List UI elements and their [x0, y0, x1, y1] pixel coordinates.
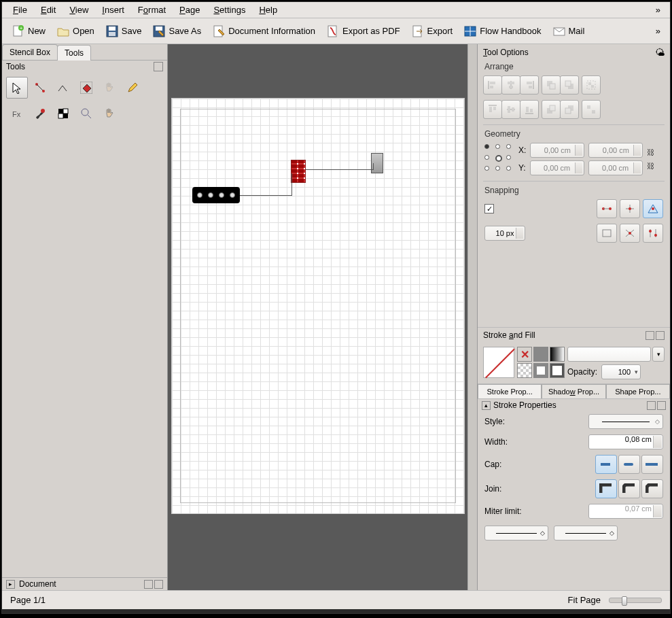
tool-pencil[interactable] — [122, 77, 143, 99]
docker-float-icon[interactable] — [144, 580, 153, 589]
fill-border-button[interactable] — [533, 363, 548, 378]
cap-round-button[interactable] — [618, 455, 640, 474]
menu-format[interactable]: Format — [131, 3, 173, 16]
end-marker-select[interactable] — [554, 526, 618, 540]
lock-position-icon[interactable]: ⛓ — [647, 162, 654, 170]
expand-document-icon[interactable]: ▸ — [6, 580, 15, 589]
stroke-props-float-icon[interactable] — [647, 401, 656, 410]
join-bevel-button[interactable] — [641, 479, 663, 498]
snap-bbox-button[interactable] — [643, 199, 663, 218]
menu-help[interactable]: Help — [252, 3, 284, 16]
fill-solid-button[interactable] — [533, 347, 548, 362]
raise-button[interactable] — [542, 100, 561, 119]
opacity-input[interactable]: 100 — [601, 364, 641, 379]
shape-switch[interactable] — [192, 187, 240, 203]
start-marker-select[interactable] — [484, 526, 548, 540]
tool-pan[interactable] — [99, 103, 120, 124]
save-button[interactable]: Save — [101, 22, 146, 40]
miter-limit-input[interactable]: 0,07 cm — [588, 504, 663, 519]
collapse-stroke-props-icon[interactable]: ▴ — [482, 401, 491, 410]
lock-aspect-icon[interactable]: ⛓ — [647, 148, 654, 156]
snap-distance-input[interactable]: 10 px — [484, 226, 525, 241]
page-canvas[interactable] — [172, 99, 464, 513]
tool-brush[interactable] — [29, 103, 51, 124]
menu-page[interactable]: Page — [173, 3, 207, 16]
fit-page-button[interactable]: Fit Page — [568, 595, 601, 605]
new-button[interactable]: + New — [7, 22, 50, 40]
tab-tools[interactable]: Tools — [57, 45, 91, 61]
tab-stroke-props[interactable]: Stroke Prop... — [478, 384, 542, 398]
tab-stencil-box[interactable]: Stencil Box — [2, 44, 58, 60]
snap-enable-checkbox[interactable]: ✓ — [484, 204, 494, 213]
align-vcenter-button[interactable] — [501, 100, 520, 119]
open-button[interactable]: Open — [52, 22, 99, 40]
connector-2b[interactable] — [373, 163, 374, 170]
snap-intersection-button[interactable] — [620, 224, 640, 243]
align-left-button[interactable] — [483, 75, 502, 95]
tab-shadow-props[interactable]: Shadow Prop... — [542, 384, 605, 398]
color-picker-bar[interactable] — [567, 347, 651, 362]
save-as-button[interactable]: Save As — [148, 22, 205, 40]
tool-connector[interactable] — [29, 77, 51, 99]
cap-square-button[interactable] — [641, 455, 663, 474]
align-hcenter-button[interactable] — [501, 75, 520, 95]
fill-gradient-button[interactable] — [550, 347, 565, 362]
zoom-slider[interactable] — [609, 598, 662, 603]
connector-1b[interactable] — [291, 173, 292, 196]
tool-polyline[interactable] — [52, 77, 74, 99]
stroke-width-input[interactable]: 0,08 cm — [588, 434, 663, 449]
send-back-button[interactable] — [560, 75, 579, 95]
menu-settings[interactable]: Settings — [207, 3, 252, 16]
stroke-props-close-icon[interactable] — [657, 401, 666, 410]
docker-close-icon[interactable] — [154, 580, 163, 589]
menu-view[interactable]: View — [63, 3, 95, 16]
canvas-vertical-scrollbar[interactable] — [467, 44, 477, 590]
tool-zoom[interactable] — [75, 103, 97, 124]
lower-button[interactable] — [560, 100, 579, 119]
connector-1[interactable] — [240, 195, 291, 196]
tab-shape-props[interactable]: Shape Prop... — [606, 384, 670, 398]
mail-button[interactable]: Mail — [548, 22, 589, 40]
menu-insert[interactable]: Insert — [95, 3, 131, 16]
tool-paint-bucket[interactable] — [75, 77, 97, 99]
doc-info-button[interactable]: Document Information — [208, 22, 319, 40]
snap-ortho-button[interactable] — [597, 224, 617, 243]
dock-toggle-icon[interactable] — [154, 62, 163, 71]
x-position-input[interactable]: 0,00 cm — [530, 143, 584, 158]
tool-checker[interactable] — [52, 103, 74, 124]
bring-front-button[interactable] — [542, 75, 561, 95]
group-button[interactable] — [582, 75, 601, 95]
fill-stroke-selector[interactable] — [483, 347, 514, 378]
ungroup-button[interactable] — [582, 100, 601, 119]
connector-2[interactable] — [306, 169, 374, 170]
tool-hand-disabled[interactable] — [99, 77, 120, 99]
menu-file[interactable]: File — [6, 3, 34, 16]
stroke-fill-close-icon[interactable] — [656, 331, 665, 340]
toolbar-overflow[interactable]: » — [652, 26, 665, 36]
export-pdf-button[interactable]: Export as PDF — [322, 22, 404, 40]
snap-node-button[interactable] — [597, 199, 617, 218]
join-round-button[interactable] — [618, 479, 640, 498]
handbook-button[interactable]: Flow Handbook — [459, 22, 545, 40]
tool-pointer[interactable] — [6, 77, 28, 99]
tool-effects[interactable]: Fx — [6, 103, 28, 124]
snap-extension-button[interactable] — [620, 199, 640, 218]
color-dropdown-button[interactable]: ▾ — [652, 347, 665, 362]
shape-firewall[interactable] — [291, 160, 306, 183]
width-input[interactable]: 0,00 cm — [588, 143, 643, 158]
align-bottom-button[interactable] — [520, 100, 539, 119]
fill-border2-button[interactable] — [550, 363, 565, 378]
export-button[interactable]: Export — [407, 22, 457, 40]
menu-overflow[interactable]: » — [650, 5, 666, 15]
y-position-input[interactable]: 0,00 cm — [530, 160, 584, 175]
align-right-button[interactable] — [520, 75, 539, 95]
page-indicator[interactable]: Page 1/1 — [10, 595, 46, 605]
align-top-button[interactable] — [483, 100, 502, 119]
join-miter-button[interactable] — [595, 479, 617, 498]
stroke-fill-float-icon[interactable] — [646, 331, 654, 340]
stroke-style-select[interactable] — [588, 414, 663, 429]
fill-pattern-button[interactable] — [517, 363, 532, 378]
cap-butt-button[interactable] — [595, 455, 617, 474]
height-input[interactable]: 0,00 cm — [588, 160, 643, 175]
fill-none-button[interactable]: ✕ — [517, 347, 532, 362]
